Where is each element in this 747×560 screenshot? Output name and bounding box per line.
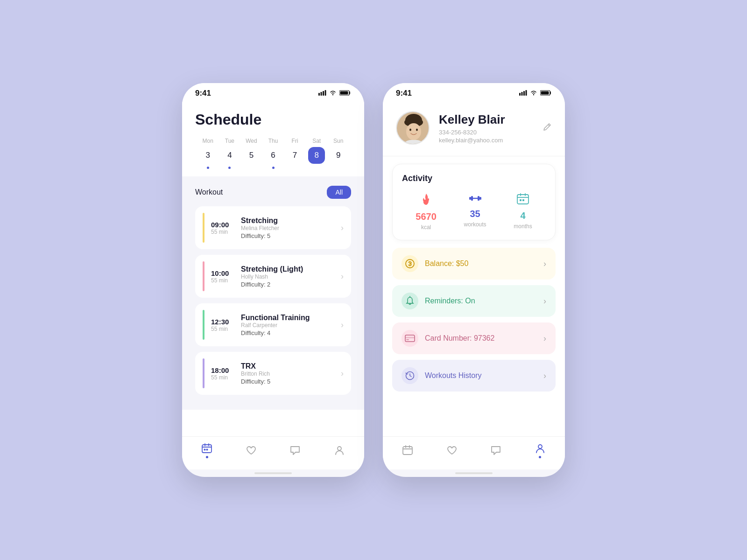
cal-label-tue: Tue xyxy=(225,138,234,144)
cal-label-sun: Sun xyxy=(333,138,343,144)
svg-point-46 xyxy=(538,445,542,448)
menu-chevron-card: › xyxy=(543,334,546,343)
activity-title: Activity xyxy=(402,174,546,183)
cal-day-thu[interactable]: Thu 6 xyxy=(262,138,284,169)
chevron-right-icon-3: › xyxy=(341,320,344,330)
workout-item-3[interactable]: 12:30 55 min Functional Training Ralf Ca… xyxy=(195,303,351,346)
workout-info-1: Stretching Melina Fletcher Difficulty: 5 xyxy=(241,217,334,239)
svg-line-26 xyxy=(548,125,550,126)
chevron-right-icon-4: › xyxy=(341,369,344,378)
cal-day-wed[interactable]: Wed 5 xyxy=(240,138,262,169)
nav-heart-1[interactable] xyxy=(245,444,257,456)
svg-rect-43 xyxy=(403,447,412,455)
svg-point-24 xyxy=(409,129,411,131)
edit-icon[interactable] xyxy=(543,122,552,134)
cal-dot-mon xyxy=(207,167,209,169)
cal-num-mon: 3 xyxy=(199,147,216,164)
menu-reminders-text: Reminders: On xyxy=(425,297,475,305)
cal-num-fri: 7 xyxy=(287,147,303,164)
status-time-1: 9:41 xyxy=(195,89,211,98)
svg-point-17 xyxy=(533,94,534,95)
cal-label-thu: Thu xyxy=(268,138,278,144)
nav-chat-1[interactable] xyxy=(289,444,301,456)
svg-rect-35 xyxy=(520,199,521,201)
svg-rect-15 xyxy=(523,91,525,96)
workout-info-3: Functional Training Ralf Carpenter Diffi… xyxy=(241,314,334,336)
workout-bar-4 xyxy=(203,358,204,388)
stat-kcal: 5670 kcal xyxy=(416,193,437,231)
workout-bar-2 xyxy=(203,261,204,291)
bottom-nav-1 xyxy=(182,436,364,469)
cal-day-mon[interactable]: Mon 3 xyxy=(197,138,219,169)
nav-dot-1 xyxy=(206,456,208,458)
nav-heart-2[interactable] xyxy=(446,444,458,456)
chevron-right-icon-1: › xyxy=(341,223,344,233)
stat-kcal-value: 5670 xyxy=(416,211,437,222)
battery-icon-2 xyxy=(540,90,552,97)
nav-chat-2[interactable] xyxy=(490,444,502,456)
stat-months: 4 months xyxy=(514,193,532,231)
activity-stats: 5670 kcal 35 workout xyxy=(402,193,546,231)
svg-rect-11 xyxy=(206,449,208,450)
menu-reminders[interactable]: Reminders: On › xyxy=(392,285,556,317)
cal-day-tue[interactable]: Tue 4 xyxy=(219,138,241,169)
cal-num-sun: 9 xyxy=(330,147,347,164)
cal-num-sat: 8 xyxy=(308,147,325,164)
bell-icon xyxy=(402,293,418,309)
flame-icon xyxy=(420,193,432,209)
profile-phone: 334-256-8320 xyxy=(439,129,533,136)
calendar-week: Mon 3 Tue 4 Wed 5 Thu xyxy=(195,138,351,169)
menu-history[interactable]: Workouts History › xyxy=(392,360,556,392)
menu-chevron-balance: › xyxy=(543,259,546,269)
workout-header: Workout All xyxy=(195,186,351,199)
schedule-phone: 9:41 xyxy=(182,83,364,477)
history-icon xyxy=(402,367,418,384)
schedule-content: Schedule Mon 3 Tue 4 Wed 5 xyxy=(182,102,364,436)
wifi-icon-2 xyxy=(530,90,537,97)
nav-person-2[interactable] xyxy=(534,442,546,458)
menu-history-text: Workouts History xyxy=(425,371,482,380)
svg-rect-2 xyxy=(323,91,324,96)
profile-name: Kelley Blair xyxy=(439,112,533,127)
stat-months-value: 4 xyxy=(520,210,525,221)
dollar-icon xyxy=(402,255,418,272)
profile-header: Kelley Blair 334-256-8320 kelley.blair@y… xyxy=(383,102,565,156)
workout-time-3: 12:30 55 min xyxy=(211,318,234,332)
activity-section: Activity 5670 kcal xyxy=(392,164,556,240)
svg-rect-0 xyxy=(318,93,320,96)
workout-bar-1 xyxy=(203,213,204,243)
nav-dot-2 xyxy=(539,456,541,458)
workout-time-4: 18:00 55 min xyxy=(211,366,234,381)
workout-info-4: TRX Britton Rich Difficulty: 5 xyxy=(241,362,334,385)
svg-rect-40 xyxy=(405,337,415,338)
svg-rect-19 xyxy=(541,91,549,94)
status-bar-2: 9:41 xyxy=(383,83,565,102)
workout-item-1[interactable]: 09:00 55 min Stretching Melina Fletcher … xyxy=(195,206,351,249)
nav-calendar-2[interactable] xyxy=(402,444,414,456)
svg-rect-41 xyxy=(406,339,409,340)
cal-day-sat[interactable]: Sat 8 xyxy=(306,138,328,169)
svg-rect-14 xyxy=(521,92,523,96)
nav-calendar-1[interactable] xyxy=(201,442,213,458)
wifi-icon xyxy=(329,90,337,97)
svg-rect-6 xyxy=(340,91,348,94)
menu-balance[interactable]: Balance: $50 › xyxy=(392,248,556,280)
schedule-header: Schedule Mon 3 Tue 4 Wed 5 xyxy=(182,102,364,176)
cal-label-wed: Wed xyxy=(246,138,257,144)
workout-item-2[interactable]: 10:00 55 min Stretching (Light) Holly Na… xyxy=(195,255,351,298)
menu-card[interactable]: Card Number: 97362 › xyxy=(392,322,556,354)
cal-label-fri: Fri xyxy=(292,138,298,144)
bottom-nav-2 xyxy=(383,436,565,469)
svg-rect-13 xyxy=(519,93,521,96)
cal-day-fri[interactable]: Fri 7 xyxy=(284,138,306,169)
stat-workouts-value: 35 xyxy=(470,209,480,219)
cal-day-sun[interactable]: Sun 9 xyxy=(327,138,349,169)
svg-rect-16 xyxy=(526,90,527,96)
workout-item-4[interactable]: 18:00 55 min TRX Britton Rich Difficulty… xyxy=(195,352,351,395)
nav-person-1[interactable] xyxy=(333,444,345,456)
svg-rect-3 xyxy=(325,90,326,96)
cal-label-mon: Mon xyxy=(203,138,213,144)
all-button[interactable]: All xyxy=(327,186,351,199)
cal-num-tue: 4 xyxy=(221,147,238,164)
cal-num-wed: 5 xyxy=(243,147,260,164)
